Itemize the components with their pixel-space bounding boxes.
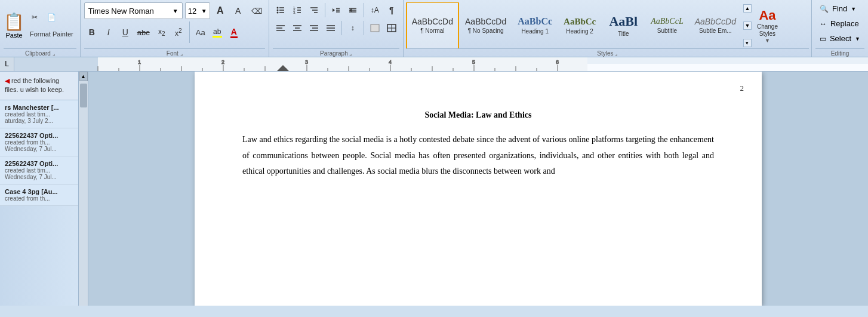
bold-button[interactable]: B: [84, 24, 100, 40]
align-right-button[interactable]: [306, 20, 322, 36]
scrollbar-thumb[interactable]: [80, 84, 87, 107]
font-expand-icon[interactable]: ⌟: [180, 51, 183, 57]
font-grow-button[interactable]: A: [213, 3, 228, 19]
paragraph-label: Paragraph ⌟: [273, 48, 399, 57]
italic-button[interactable]: I: [101, 24, 116, 40]
style-normal[interactable]: AaBbCcDd ¶ Normal: [406, 2, 459, 48]
multilevel-list-button[interactable]: [306, 2, 322, 18]
document-page[interactable]: 2 Social Media: Law and Ethics Law and e…: [195, 72, 762, 306]
change-styles-button[interactable]: Aa ChangeStyles ▼: [753, 4, 781, 47]
style-subtitle[interactable]: AaBbCcL Subtitle: [645, 2, 688, 48]
ruler-corner[interactable]: L: [0, 57, 14, 72]
shading-button[interactable]: [367, 20, 383, 36]
strike-icon: abc: [137, 28, 150, 37]
svg-rect-35: [371, 24, 379, 32]
doc-list-item[interactable]: rs Manchester [... created last tim... a…: [0, 100, 78, 128]
style-title[interactable]: AaBl Title: [602, 2, 645, 48]
numbered-list-button[interactable]: 1.2.3.: [290, 2, 305, 18]
ruler-svg: 1 2 3 4 5 6: [14, 57, 868, 71]
change-styles-label: ChangeStyles: [757, 23, 778, 38]
style-title-preview: AaBl: [609, 14, 638, 29]
style-subtle-em[interactable]: AaBbCcDd Subtle Em...: [690, 2, 741, 48]
increase-indent-button[interactable]: [345, 2, 361, 18]
left-panel-scrollbar[interactable]: ▲: [78, 72, 88, 306]
font-row2: B I U abc x2 x2 Aa ab A: [84, 21, 265, 43]
style-no-spacing[interactable]: AaBbCcDd ¶ No Spacing: [460, 2, 512, 48]
cut-button[interactable]: ✂: [27, 10, 42, 25]
document-body: Law and ethics regarding the social medi…: [242, 132, 714, 180]
ruler-corner-icon: L: [5, 60, 9, 68]
justify-button[interactable]: [323, 20, 338, 36]
find-button[interactable]: 🔍 Find ▼: [815, 2, 864, 15]
doc-list-item[interactable]: 225622437 Opti... created from th... Wed…: [0, 128, 78, 156]
format-painter-button[interactable]: Format Painter: [27, 26, 76, 42]
change-styles-arrow: ▼: [765, 38, 770, 44]
paragraph-expand-icon[interactable]: ⌟: [349, 51, 352, 57]
align-center-button[interactable]: [290, 20, 305, 36]
replace-button[interactable]: ↔ Replace: [815, 17, 864, 30]
doc-list-item[interactable]: Case 4 3pg [Au... created from th...: [0, 184, 78, 206]
sort-button[interactable]: ↕A: [367, 2, 383, 18]
line-spacing-button[interactable]: ↕: [345, 20, 361, 36]
doc-title: 225622437 Opti...: [5, 160, 73, 167]
borders-button[interactable]: [384, 20, 399, 36]
svg-text:2: 2: [221, 59, 224, 65]
styles-scroll-down[interactable]: ▼: [743, 21, 752, 30]
doc-meta1: created last tim...: [5, 111, 73, 118]
bullet-list-button[interactable]: [273, 2, 288, 18]
styles-expand-icon[interactable]: ⌟: [615, 51, 617, 57]
style-normal-preview: AaBbCcDd: [412, 17, 453, 26]
ribbon: 📋 Paste ✂ 📄 Format Painter Clipboard ⌟ T…: [0, 0, 868, 57]
align-left-button[interactable]: [273, 20, 288, 36]
document-heading: Social Media: Law and Ethics: [242, 107, 714, 122]
styles-scroll: ▲ ▼ ▾: [743, 4, 753, 47]
style-heading1-preview: AaBbCc: [518, 16, 552, 27]
styles-list: AaBbCcDd ¶ Normal AaBbCcDd ¶ No Spacing …: [406, 2, 809, 48]
paragraph-section: 1.2.3. ↕A ¶: [269, 0, 404, 57]
decrease-indent-button[interactable]: [328, 2, 344, 18]
clipboard-label: Clipboard ⌟: [4, 48, 76, 57]
paste-button[interactable]: 📋 Paste: [4, 12, 24, 39]
underline-button[interactable]: U: [118, 24, 133, 40]
scrollbar-up-button[interactable]: ▲: [79, 72, 88, 81]
superscript-button[interactable]: x2: [171, 24, 186, 40]
clipboard-buttons: 📋 Paste ✂ 📄 Format Painter: [4, 2, 76, 48]
style-heading1[interactable]: AaBbCc Heading 1: [512, 2, 558, 48]
decrease-indent-icon: [331, 5, 341, 15]
doc-list[interactable]: rs Manchester [... created last tim... a…: [0, 100, 78, 206]
copy-button[interactable]: 📄: [44, 10, 59, 25]
font-shrink-button[interactable]: A: [230, 3, 246, 19]
replace-icon: ↔: [820, 20, 827, 28]
find-icon: 🔍: [820, 5, 829, 13]
editing-label: Editing: [815, 48, 864, 57]
strikethrough-button[interactable]: abc: [134, 24, 153, 40]
subscript-button[interactable]: x2: [154, 24, 170, 40]
highlight-bar: [213, 36, 222, 38]
select-button[interactable]: ▭ Select ▼: [815, 32, 864, 45]
cut-copy-row: ✂ 📄: [27, 10, 76, 25]
highlight-button[interactable]: ab: [210, 24, 225, 40]
clipboard-expand-icon[interactable]: ⌟: [53, 51, 55, 57]
editing-section: 🔍 Find ▼ ↔ Replace ▭ Select ▼ Editing: [812, 0, 868, 57]
font-color-a: A: [231, 27, 237, 36]
increase-indent-icon: [348, 5, 358, 15]
styles-scroll-up[interactable]: ▲: [743, 4, 752, 13]
clear-format-button[interactable]: ⌫: [248, 3, 265, 19]
font-family-arrow: ▼: [173, 8, 178, 14]
para-divider3: [341, 21, 342, 35]
font-family-selector[interactable]: Times New Roman ▼: [84, 2, 183, 19]
style-title-label: Title: [618, 30, 629, 37]
style-subtle-em-preview: AaBbCcDd: [695, 17, 736, 26]
doc-list-item[interactable]: 225622437 Opti... created last tim... We…: [0, 156, 78, 184]
show-marks-button[interactable]: ¶: [384, 2, 399, 18]
style-heading2[interactable]: AaBbCc Heading 2: [558, 2, 601, 48]
font-color-button[interactable]: A: [226, 24, 242, 40]
font-section: Times New Roman ▼ 12 ▼ A A ⌫ B I U abc x…: [81, 0, 269, 57]
styles-section: AaBbCcDd ¶ Normal AaBbCcDd ¶ No Spacing …: [404, 0, 812, 57]
find-label: Find: [832, 4, 847, 13]
styles-scroll-more[interactable]: ▾: [743, 39, 752, 47]
style-subtle-em-label: Subtle Em...: [699, 27, 731, 34]
font-size-selector[interactable]: 12 ▼: [185, 2, 210, 19]
replace-label: Replace: [830, 19, 859, 28]
case-button[interactable]: Aa: [193, 24, 208, 40]
